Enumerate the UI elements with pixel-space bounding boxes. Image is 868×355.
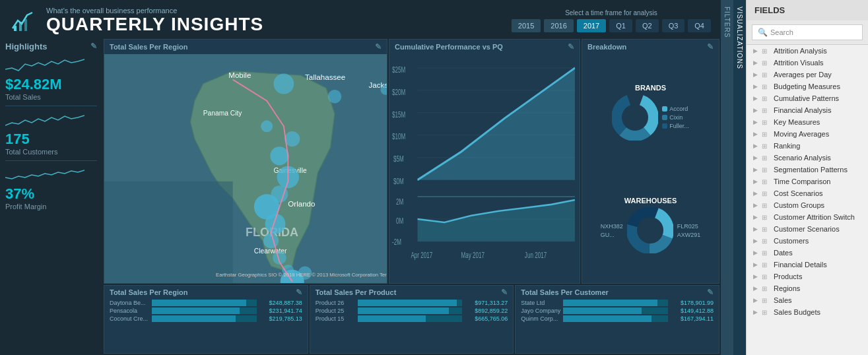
region-bar-bg-3 (152, 315, 257, 322)
map-panel-edit-icon[interactable]: ✎ (375, 42, 382, 51)
svg-text:Apr 2017: Apr 2017 (411, 250, 432, 260)
kpi-divider-1 (5, 106, 97, 106)
profit-margin-label: Profit Margin (5, 203, 46, 210)
total-sales-label: Total Sales (5, 93, 41, 101)
fields-item[interactable]: ▶⊞Attrition Analysis (747, 45, 868, 57)
brands-labels: Accord Cixin Fuller... (662, 106, 689, 129)
fields-item[interactable]: ▶⊞Customer Scenarios (747, 223, 868, 235)
fields-search-area[interactable]: 🔍 Search (747, 20, 868, 45)
q3-button[interactable]: Q3 (662, 19, 685, 32)
product-bar-bg-1 (358, 300, 463, 306)
expand-icon: ▶ (753, 214, 758, 220)
bottom-region-panel: Total Sales Per Region ✎ Daytona Be... $… (104, 285, 308, 354)
fields-search-container[interactable]: 🔍 Search (752, 24, 863, 40)
product-bar-fill-1 (358, 300, 457, 306)
breakdown-edit-icon[interactable]: ✎ (707, 42, 714, 51)
svg-text:Panama City: Panama City (203, 109, 243, 116)
fields-item-label: Products (774, 273, 802, 280)
fields-item[interactable]: ▶⊞Moving Averages (747, 128, 868, 140)
table-icon: ⊞ (762, 249, 767, 257)
product-bars: Product 26 $971,313.27 Product 25 $892,8… (310, 299, 514, 323)
q4-button[interactable]: Q4 (688, 19, 711, 32)
map-panel: Total Sales Per Region ✎ Mobile (104, 39, 387, 284)
bottom-product-title: Total Sales Per Product ✎ (310, 286, 514, 299)
header: What's the overall business performance … (0, 0, 721, 39)
fields-item[interactable]: ▶⊞Products (747, 271, 868, 282)
time-label: Select a time frame for analysis (565, 9, 657, 16)
fields-item-label: Dates (774, 249, 793, 257)
year-2017-button[interactable]: 2017 (577, 19, 606, 32)
customer-bars: State Ltd $178,901.99 Jayo Company $149,… (516, 299, 719, 323)
total-sales-sparkline (5, 56, 84, 75)
total-sales-kpi: $24.82M Total Sales (0, 53, 102, 104)
warehouses-section: WAREHOUSES NXH382 GU... (585, 197, 716, 253)
cumulative-edit-icon[interactable]: ✎ (568, 42, 574, 51)
kpi-column: Highlights ✎ $24.82M Total Sales 175 Tot… (0, 39, 102, 355)
expand-icon: ▶ (753, 83, 758, 90)
fields-item[interactable]: ▶⊞Regions (747, 282, 868, 294)
customer-row-1: State Ltd $178,901.99 (516, 299, 719, 307)
svg-point-21 (270, 146, 288, 165)
customer-bar-bg-2 (563, 307, 668, 314)
fields-item[interactable]: ▶⊞Custom Groups (747, 199, 868, 211)
fields-item[interactable]: ▶⊞Customer Attrition Switch (747, 211, 868, 223)
table-icon: ⊞ (762, 226, 767, 233)
bottom-customer-edit-icon[interactable]: ✎ (707, 288, 714, 297)
fields-item[interactable]: ▶⊞Cost Scenarios (747, 187, 868, 199)
fields-item[interactable]: ▶⊞Segmentation Patterns (747, 164, 868, 176)
year-2015-button[interactable]: 2015 (512, 19, 541, 32)
fields-item[interactable]: ▶⊞Sales Budgets (747, 306, 868, 318)
fields-item[interactable]: ▶⊞Time Comparison (747, 176, 868, 187)
fields-item[interactable]: ▶⊞Budgeting Measures (747, 81, 868, 92)
bottom-region-edit-icon[interactable]: ✎ (296, 288, 302, 297)
fields-item[interactable]: ▶⊞Key Measures (747, 116, 868, 128)
product-row-3: Product 15 $665,765.06 (310, 315, 514, 323)
fields-item-label: Attrition Visuals (774, 59, 824, 67)
highlights-edit-icon[interactable]: ✎ (90, 42, 97, 51)
customer-bar-fill-1 (563, 300, 657, 306)
fields-item[interactable]: ▶⊞Financial Analysis (747, 104, 868, 116)
q1-button[interactable]: Q1 (609, 19, 632, 32)
profit-margin-kpi: 37% Profit Margin (0, 162, 102, 214)
kpi-divider-2 (5, 160, 97, 161)
profit-margin-sparkline (5, 166, 84, 184)
cumulative-panel-title: Cumulative Performance vs PQ ✎ (389, 40, 580, 54)
customer-row-2: Jayo Company $149,412.88 (516, 307, 719, 315)
fields-item[interactable]: ▶⊞Scenario Analysis (747, 152, 868, 164)
svg-text:Tallahassee: Tallahassee (305, 73, 345, 81)
product-row-1: Product 26 $971,313.27 (310, 299, 514, 307)
product-row-2: Product 25 $892,859.22 (310, 307, 514, 315)
table-icon: ⊞ (762, 59, 767, 67)
q2-button[interactable]: Q2 (636, 19, 659, 32)
fields-item[interactable]: ▶⊞Ranking (747, 140, 868, 152)
fields-item[interactable]: ▶⊞Sales (747, 294, 868, 306)
table-icon: ⊞ (762, 143, 767, 150)
customer-bar-bg-3 (563, 315, 668, 322)
table-icon: ⊞ (762, 214, 767, 221)
fields-item-label: Time Comparison (774, 178, 830, 185)
svg-point-19 (261, 120, 273, 132)
expand-icon: ▶ (753, 297, 758, 304)
svg-text:Mobile: Mobile (228, 71, 251, 79)
fields-item[interactable]: ▶⊞Financial Details (747, 259, 868, 271)
filters-tab[interactable]: FILTERS (721, 0, 733, 355)
highlights-section: Highlights ✎ (0, 39, 102, 53)
svg-text:$15M: $15M (392, 109, 405, 119)
expand-icon: ▶ (753, 131, 758, 137)
year-2016-button[interactable]: 2016 (544, 19, 573, 32)
fields-item[interactable]: ▶⊞Customers (747, 235, 868, 247)
fields-item[interactable]: ▶⊞Attrition Visuals (747, 57, 868, 69)
fields-item-label: Key Measures (774, 118, 820, 126)
bottom-product-edit-icon[interactable]: ✎ (501, 288, 508, 297)
svg-text:$10M: $10M (392, 131, 405, 141)
fields-item[interactable]: ▶⊞Dates (747, 247, 868, 259)
fields-item-label: Customer Scenarios (774, 225, 840, 233)
visualizations-tab[interactable]: VISUALIZATIONS (733, 0, 746, 355)
expand-icon: ▶ (753, 143, 758, 149)
map-content[interactable]: Mobile Tallahassee Jacksonville Panama C… (104, 54, 387, 283)
customer-bar-fill-3 (563, 315, 651, 322)
total-customers-kpi: 175 Total Customers (0, 108, 102, 159)
product-bar-bg-3 (358, 315, 463, 322)
fields-item[interactable]: ▶⊞Averages per Day (747, 69, 868, 81)
fields-item[interactable]: ▶⊞Cumulative Patterns (747, 92, 868, 104)
